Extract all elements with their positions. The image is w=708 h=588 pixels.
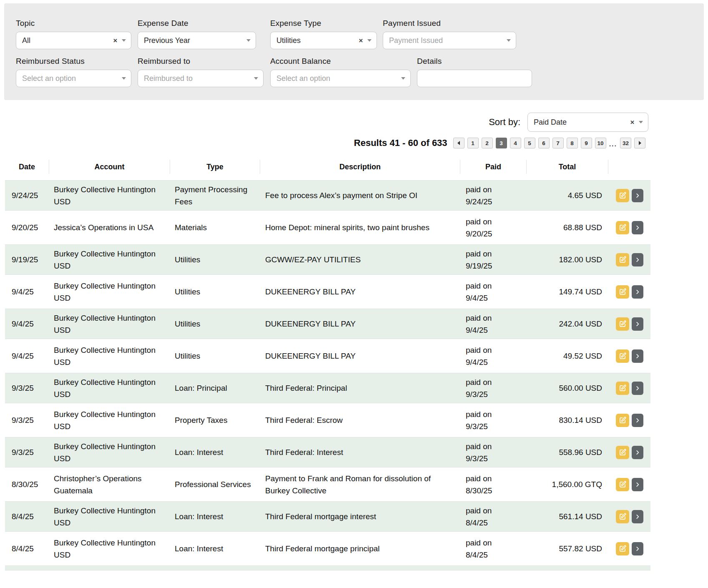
account-balance-select[interactable]: Select an option	[270, 70, 411, 87]
page-button-8[interactable]: 8	[567, 138, 578, 148]
details-input[interactable]	[417, 70, 532, 87]
reimbursed-status-select[interactable]: Select an option	[16, 70, 131, 87]
edit-button[interactable]	[616, 221, 629, 234]
edit-button[interactable]	[616, 285, 629, 299]
page-button-7[interactable]: 7	[552, 138, 564, 148]
page-button-5[interactable]: 5	[524, 138, 535, 148]
clear-icon[interactable]: ✕	[359, 38, 363, 44]
edit-button[interactable]	[616, 446, 629, 459]
payment-issued-label: Payment Issued	[383, 19, 516, 28]
cell-type: Loan: Interest	[170, 543, 260, 555]
open-row-button[interactable]	[632, 253, 643, 266]
page-button-9[interactable]: 9	[581, 138, 592, 148]
account-balance-placeholder: Select an option	[276, 74, 401, 83]
cell-paid: paid on9/20/25	[460, 216, 526, 240]
cell-date: 9/4/25	[5, 350, 49, 362]
open-row-button[interactable]	[632, 349, 643, 363]
reimbursed-to-placeholder: Reimbursed to	[144, 74, 254, 83]
open-row-button[interactable]	[632, 542, 643, 555]
open-row-button[interactable]	[632, 317, 643, 331]
open-row-button[interactable]	[632, 446, 643, 459]
header-actions	[608, 160, 650, 174]
clear-icon[interactable]: ✕	[113, 38, 118, 44]
cell-account: Burkey Collective Huntington USD	[49, 248, 170, 272]
cell-description: Payment to Frank and Roman for dissoluti…	[260, 472, 460, 497]
cell-account: Christopher’s Operations Guatemala	[49, 472, 170, 497]
page-button-2[interactable]: 2	[482, 138, 493, 148]
cell-type: Property Taxes	[170, 414, 260, 426]
sort-select[interactable]: Paid Date ✕	[527, 113, 648, 132]
cell-account: Burkey Collective Huntington USD	[49, 537, 170, 561]
open-row-button[interactable]	[632, 382, 643, 395]
account-balance-label: Account Balance	[270, 57, 411, 66]
open-row-button[interactable]	[632, 285, 643, 299]
expense-type-select[interactable]: Utilities ✕	[270, 32, 377, 49]
edit-button[interactable]	[616, 414, 629, 427]
edit-button[interactable]	[616, 317, 629, 331]
reimbursed-to-select[interactable]: Reimbursed to	[138, 70, 264, 87]
cell-total: 1,560.00 GTQ	[526, 478, 608, 490]
open-row-button[interactable]	[632, 221, 643, 234]
topic-value: All	[22, 36, 110, 45]
page-button-6[interactable]: 6	[538, 138, 550, 148]
cell-description: Third Federal: Principal	[260, 382, 460, 394]
payment-issued-placeholder: Payment Issued	[389, 36, 507, 45]
sort-value: Paid Date	[534, 118, 628, 127]
chevron-right-icon	[635, 225, 640, 231]
cell-actions	[608, 285, 650, 299]
table-row: 9/20/25 Jessica’s Operations in USA Mate…	[5, 212, 650, 243]
cell-type: Utilities	[170, 350, 260, 362]
chevron-right-icon	[635, 321, 640, 327]
clear-icon[interactable]: ✕	[630, 119, 635, 126]
page-button-32[interactable]: 32	[620, 138, 631, 148]
header-description: Description	[260, 160, 460, 174]
edit-button[interactable]	[616, 542, 629, 555]
expense-date-select[interactable]: Previous Year	[138, 32, 256, 49]
cell-actions	[608, 478, 650, 491]
edit-button[interactable]	[616, 349, 629, 363]
edit-square-icon	[619, 352, 626, 359]
edit-square-icon	[619, 513, 626, 520]
page-button-4[interactable]: 4	[510, 138, 521, 148]
table-row: 9/3/25 Burkey Collective Huntington USD …	[5, 373, 650, 403]
open-row-button[interactable]	[632, 510, 643, 523]
sort-by-label: Sort by:	[489, 117, 520, 128]
cell-description: Third Federal mortgage principal	[260, 543, 460, 555]
page-button-10[interactable]: 10	[595, 138, 606, 148]
edit-square-icon	[619, 256, 626, 263]
cell-date: 9/4/25	[5, 318, 49, 330]
pagination: 1 2 3 4 5 6 7 8 9 10 ... 32	[453, 138, 645, 148]
edit-square-icon	[619, 320, 626, 327]
open-row-button[interactable]	[632, 189, 643, 202]
cell-date: 8/4/25	[5, 510, 49, 523]
chevron-right-icon	[635, 450, 640, 455]
edit-button[interactable]	[616, 189, 629, 202]
table-row: 9/3/25 Burkey Collective Huntington USD …	[5, 405, 650, 435]
page-button-3[interactable]: 3	[496, 138, 507, 148]
edit-button[interactable]	[616, 510, 629, 523]
cell-actions	[608, 510, 650, 523]
cell-actions	[608, 542, 650, 555]
filter-panel: Topic All ✕ Expense Date Previous Year E…	[4, 3, 704, 100]
edit-button[interactable]	[616, 478, 629, 491]
open-row-button[interactable]	[632, 414, 643, 427]
pagination-ellipsis: ...	[609, 141, 617, 148]
cell-account: Burkey Collective Huntington USD	[49, 376, 170, 400]
cell-description: Home Depot: mineral spirits, two paint b…	[260, 221, 460, 234]
cell-total: 830.14 USD	[526, 414, 608, 426]
payment-issued-select[interactable]: Payment Issued	[383, 32, 516, 49]
cell-total: 561.14 USD	[526, 510, 608, 523]
topic-select[interactable]: All ✕	[16, 32, 131, 49]
cell-actions	[608, 414, 650, 427]
cell-date: 9/3/25	[5, 414, 49, 426]
open-row-button[interactable]	[632, 478, 643, 491]
results-row: Results 41 - 60 of 633 1 2 3 4 5 6 7 8 9…	[0, 137, 645, 149]
page-button-1[interactable]: 1	[467, 138, 479, 148]
table-header: Date Account Type Description Paid Total	[5, 155, 650, 178]
edit-button[interactable]	[616, 382, 629, 395]
prev-page-button[interactable]	[453, 138, 464, 148]
edit-button[interactable]	[616, 253, 629, 266]
header-paid: Paid	[460, 160, 526, 174]
next-page-button[interactable]	[634, 138, 645, 148]
cell-total: 49.52 USD	[526, 350, 608, 362]
